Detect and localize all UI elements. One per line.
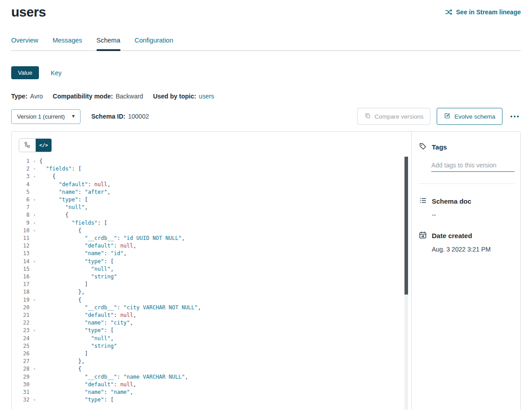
code-text: "type": [ (39, 258, 411, 265)
code-line: 19▾ { (12, 296, 411, 304)
line-number: 26 (12, 350, 30, 358)
fold-toggle-icon[interactable]: ▾ (30, 327, 39, 334)
line-number: 17 (12, 281, 30, 288)
tree-view-button[interactable] (19, 139, 35, 152)
compare-versions-icon (364, 112, 371, 120)
sidebar-divider (419, 184, 515, 184)
schema-sidebar: Tags Schema d (412, 132, 521, 410)
fold-toggle-icon[interactable]: ▾ (30, 296, 39, 304)
fold-toggle-icon[interactable]: ▾ (30, 158, 39, 165)
value-toggle-button[interactable]: Value (11, 66, 39, 79)
code-line: 2▾ "fields": [ (12, 165, 411, 173)
code-text: }, (39, 358, 411, 365)
ellipsis-icon: ⋯ (510, 111, 520, 122)
fold-spacer (30, 281, 39, 288)
code-text: "name": "id", (39, 250, 411, 257)
fold-spacer (30, 204, 39, 211)
tab-overview[interactable]: Overview (11, 37, 38, 50)
tab-messages[interactable]: Messages (52, 37, 82, 50)
fold-toggle-icon[interactable]: ▾ (30, 196, 39, 204)
fold-spacer (30, 288, 39, 296)
code-text: { (39, 211, 411, 219)
line-number: 16 (12, 273, 30, 281)
page-header: users See in Stream lineage (0, 0, 532, 20)
calendar-icon (419, 231, 427, 240)
line-number: 8 (12, 211, 30, 219)
code-text: "__crdb__": "city VARCHAR NOT NULL", (39, 304, 411, 312)
code-text: "__crdb__": "name VARCHAR NULL", (39, 373, 411, 381)
code-text: { (39, 173, 411, 180)
evolve-schema-label: Evolve schema (454, 113, 495, 120)
line-number: 11 (12, 235, 30, 242)
code-line: 27 }, (12, 358, 411, 365)
code-line: 15 "null", (12, 265, 411, 273)
code-view-button[interactable]: </> (35, 139, 51, 152)
line-number: 4 (12, 181, 30, 188)
fold-toggle-icon[interactable]: ▾ (30, 219, 39, 227)
line-number: 5 (12, 188, 30, 196)
code-line: 14▾ "type": [ (12, 258, 411, 265)
line-number: 28 (12, 365, 30, 373)
code-line: 18 }, (12, 288, 411, 296)
topic-link[interactable]: users (199, 93, 214, 100)
code-line: 13 "name": "id", (12, 250, 411, 257)
stream-lineage-link[interactable]: See in Stream lineage (445, 8, 521, 16)
tab-bar: Overview Messages Schema Configuration (11, 37, 521, 51)
code-text: "name": "city", (39, 319, 411, 327)
tags-input[interactable] (431, 161, 515, 172)
key-toggle-link[interactable]: Key (51, 69, 61, 77)
fold-spacer (30, 342, 39, 350)
compare-versions-button[interactable]: Compare versions (357, 108, 431, 125)
fold-toggle-icon[interactable]: ▾ (30, 165, 39, 173)
tab-configuration[interactable]: Configuration (135, 37, 173, 50)
value-key-toggle: Value Key (11, 66, 521, 79)
code-text: "__crdb__": "id UUID NOT NULL", (39, 235, 411, 242)
fold-toggle-icon[interactable]: ▾ (30, 396, 39, 404)
tab-schema[interactable]: Schema (97, 37, 120, 50)
fold-spacer (30, 304, 39, 312)
schema-id-value: 100002 (128, 113, 149, 120)
editor-scrollbar-thumb[interactable] (404, 157, 408, 295)
code-text: "fields": [ (39, 219, 411, 227)
fold-toggle-icon[interactable]: ▾ (30, 227, 39, 235)
fold-spacer (30, 381, 39, 389)
schema-doc-header: Schema doc (419, 196, 515, 206)
date-created-value: Aug. 3 2022 3:21 PM (432, 246, 515, 253)
evolve-schema-button[interactable]: Evolve schema (437, 108, 502, 125)
code-line: 24 "null", (12, 335, 411, 342)
code-text: "null", (39, 335, 411, 342)
line-number: 20 (12, 304, 30, 312)
line-number: 2 (12, 165, 30, 173)
code-text: "null", (39, 204, 411, 211)
fold-toggle-icon[interactable]: ▾ (30, 258, 39, 265)
type-label: Type: (11, 93, 27, 100)
code-line: 5 "name": "after", (12, 188, 411, 196)
code-area[interactable]: 1▾{2▾ "fields": [3▾ {4 "default": null,5… (12, 158, 411, 408)
line-number: 9 (12, 219, 30, 227)
line-number: 32 (12, 396, 30, 404)
schema-doc-title: Schema doc (432, 197, 471, 205)
doc-list-icon (419, 196, 427, 206)
fold-spacer (30, 250, 39, 257)
code-line: 16 "string" (12, 273, 411, 281)
code-text: { (39, 365, 411, 373)
line-number: 13 (12, 250, 30, 257)
fold-toggle-icon[interactable]: ▾ (30, 365, 39, 373)
schema-panel: </> 1▾{2▾ "fields": [3▾ {4 "default": nu… (11, 131, 521, 410)
schema-editor: </> 1▾{2▾ "fields": [3▾ {4 "default": nu… (12, 132, 412, 410)
fold-spacer (30, 312, 39, 319)
code-text: ] (39, 281, 411, 288)
version-select[interactable]: Version 1 (current) (11, 109, 81, 124)
code-text: "string" (39, 342, 411, 350)
fold-toggle-icon[interactable]: ▾ (30, 211, 39, 219)
compatibility-label: Compatibility mode: (53, 93, 113, 100)
code-line: 25 "string" (12, 342, 411, 350)
code-line: 29 "__crdb__": "name VARCHAR NULL", (12, 373, 411, 381)
schema-toolbar: Version 1 (current) ▼ Schema ID: 100002 … (11, 108, 521, 125)
fold-toggle-icon[interactable]: ▾ (30, 173, 39, 180)
schema-doc-section: Schema doc -- (419, 196, 515, 218)
more-actions-button[interactable]: ⋯ (509, 114, 521, 119)
code-line: 28▾ { (12, 365, 411, 373)
page-title: users (11, 4, 46, 20)
code-text: "null", (39, 265, 411, 273)
